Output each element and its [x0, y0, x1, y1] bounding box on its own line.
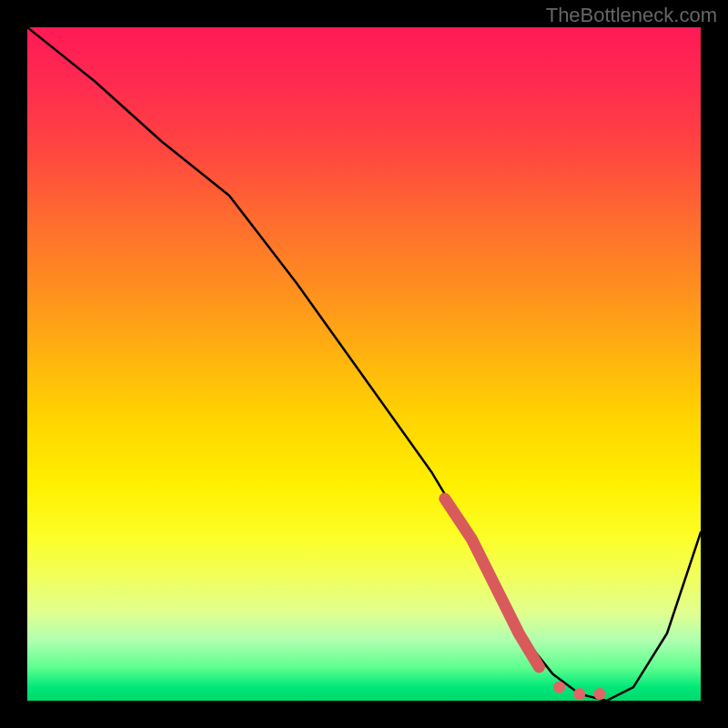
optimal-range-dots — [553, 682, 605, 700]
highlight-dot — [553, 682, 565, 693]
optimal-range-highlight — [445, 499, 540, 667]
plot-area — [27, 27, 701, 701]
chart-svg — [27, 27, 701, 701]
highlight-dot — [594, 688, 606, 700]
watermark-text: TheBottleneck.com — [546, 4, 717, 27]
bottleneck-curve — [27, 27, 701, 701]
highlight-dot — [573, 688, 585, 700]
